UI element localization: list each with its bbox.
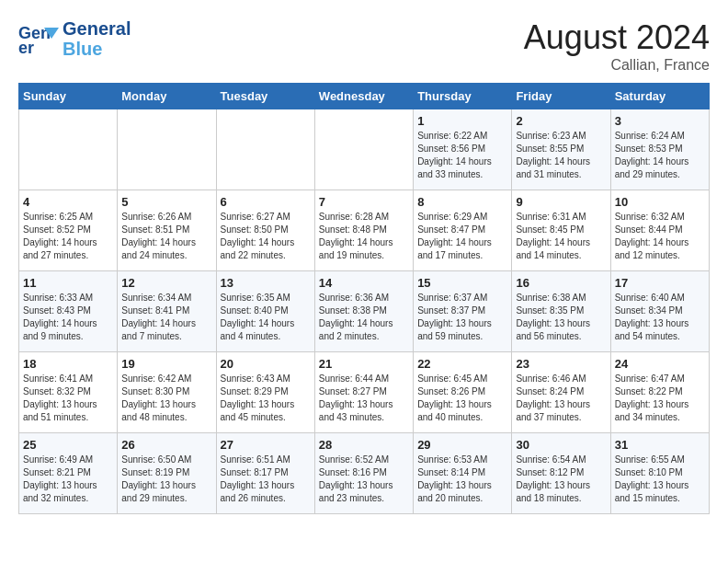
calendar-cell: 3Sunrise: 6:24 AM Sunset: 8:53 PM Daylig… [610, 109, 709, 190]
day-number: 9 [516, 195, 606, 209]
calendar-cell: 14Sunrise: 6:36 AM Sunset: 8:38 PM Dayli… [314, 271, 413, 352]
day-number: 8 [417, 195, 507, 209]
day-number: 12 [121, 276, 211, 290]
day-number: 11 [23, 276, 113, 290]
day-number: 25 [23, 438, 113, 452]
day-header-tuesday: Tuesday [216, 84, 314, 109]
day-content: Sunrise: 6:51 AM Sunset: 8:17 PM Dayligh… [221, 454, 311, 505]
calendar-cell: 18Sunrise: 6:41 AM Sunset: 8:32 PM Dayli… [19, 352, 118, 433]
day-header-monday: Monday [118, 84, 216, 109]
logo-blue: Blue [63, 39, 131, 59]
day-number: 2 [516, 114, 606, 128]
day-number: 29 [417, 438, 507, 452]
day-content: Sunrise: 6:42 AM Sunset: 8:30 PM Dayligh… [121, 373, 211, 424]
calendar-cell: 29Sunrise: 6:53 AM Sunset: 8:14 PM Dayli… [414, 433, 512, 514]
day-header-saturday: Saturday [610, 84, 709, 109]
calendar-cell [19, 109, 118, 190]
calendar-cell: 22Sunrise: 6:45 AM Sunset: 8:26 PM Dayli… [414, 352, 512, 433]
calendar-cell: 5Sunrise: 6:26 AM Sunset: 8:51 PM Daylig… [118, 190, 216, 271]
day-header-sunday: Sunday [19, 84, 118, 109]
calendar-cell: 27Sunrise: 6:51 AM Sunset: 8:17 PM Dayli… [216, 433, 314, 514]
day-content: Sunrise: 6:49 AM Sunset: 8:21 PM Dayligh… [23, 454, 113, 505]
day-number: 5 [121, 195, 211, 209]
calendar-cell: 8Sunrise: 6:29 AM Sunset: 8:47 PM Daylig… [414, 190, 512, 271]
day-content: Sunrise: 6:54 AM Sunset: 8:12 PM Dayligh… [516, 454, 606, 505]
day-content: Sunrise: 6:33 AM Sunset: 8:43 PM Dayligh… [23, 292, 113, 343]
day-content: Sunrise: 6:32 AM Sunset: 8:44 PM Dayligh… [615, 211, 705, 262]
calendar-cell: 11Sunrise: 6:33 AM Sunset: 8:43 PM Dayli… [19, 271, 118, 352]
day-number: 1 [417, 114, 507, 128]
calendar-cell: 19Sunrise: 6:42 AM Sunset: 8:30 PM Dayli… [118, 352, 216, 433]
calendar-cell [216, 109, 314, 190]
month-year: August 2024 [524, 18, 710, 57]
calendar-cell: 9Sunrise: 6:31 AM Sunset: 8:45 PM Daylig… [512, 190, 610, 271]
calendar-header: Gen er General Blue August 2024 Callian,… [18, 18, 710, 74]
week-row-3: 11Sunrise: 6:33 AM Sunset: 8:43 PM Dayli… [19, 271, 710, 352]
calendar-cell: 31Sunrise: 6:55 AM Sunset: 8:10 PM Dayli… [610, 433, 709, 514]
calendar-cell: 25Sunrise: 6:49 AM Sunset: 8:21 PM Dayli… [19, 433, 118, 514]
day-content: Sunrise: 6:37 AM Sunset: 8:37 PM Dayligh… [417, 292, 507, 343]
day-content: Sunrise: 6:44 AM Sunset: 8:27 PM Dayligh… [319, 373, 409, 424]
day-number: 15 [417, 276, 507, 290]
calendar-cell: 2Sunrise: 6:23 AM Sunset: 8:55 PM Daylig… [512, 109, 610, 190]
day-number: 13 [221, 276, 311, 290]
day-content: Sunrise: 6:29 AM Sunset: 8:47 PM Dayligh… [417, 211, 507, 262]
day-number: 30 [516, 438, 606, 452]
day-content: Sunrise: 6:34 AM Sunset: 8:41 PM Dayligh… [121, 292, 211, 343]
day-content: Sunrise: 6:31 AM Sunset: 8:45 PM Dayligh… [516, 211, 606, 262]
calendar-cell: 7Sunrise: 6:28 AM Sunset: 8:48 PM Daylig… [314, 190, 413, 271]
day-header-wednesday: Wednesday [314, 84, 413, 109]
day-header-friday: Friday [512, 84, 610, 109]
calendar-cell: 20Sunrise: 6:43 AM Sunset: 8:29 PM Dayli… [216, 352, 314, 433]
day-content: Sunrise: 6:28 AM Sunset: 8:48 PM Dayligh… [319, 211, 409, 262]
day-content: Sunrise: 6:52 AM Sunset: 8:16 PM Dayligh… [319, 454, 409, 505]
svg-text:er: er [18, 39, 34, 57]
calendar-cell: 13Sunrise: 6:35 AM Sunset: 8:40 PM Dayli… [216, 271, 314, 352]
day-content: Sunrise: 6:45 AM Sunset: 8:26 PM Dayligh… [417, 373, 507, 424]
day-number: 24 [615, 357, 705, 371]
calendar-cell: 6Sunrise: 6:27 AM Sunset: 8:50 PM Daylig… [216, 190, 314, 271]
calendar-cell: 4Sunrise: 6:25 AM Sunset: 8:52 PM Daylig… [19, 190, 118, 271]
day-content: Sunrise: 6:23 AM Sunset: 8:55 PM Dayligh… [516, 130, 606, 181]
day-number: 4 [23, 195, 113, 209]
day-number: 7 [319, 195, 409, 209]
header-row: SundayMondayTuesdayWednesdayThursdayFrid… [19, 84, 710, 109]
calendar-cell: 10Sunrise: 6:32 AM Sunset: 8:44 PM Dayli… [610, 190, 709, 271]
day-content: Sunrise: 6:22 AM Sunset: 8:56 PM Dayligh… [417, 130, 507, 181]
calendar-cell: 24Sunrise: 6:47 AM Sunset: 8:22 PM Dayli… [610, 352, 709, 433]
calendar-cell: 28Sunrise: 6:52 AM Sunset: 8:16 PM Dayli… [314, 433, 413, 514]
day-number: 27 [221, 438, 311, 452]
day-content: Sunrise: 6:40 AM Sunset: 8:34 PM Dayligh… [615, 292, 705, 343]
calendar-cell [118, 109, 216, 190]
week-row-1: 1Sunrise: 6:22 AM Sunset: 8:56 PM Daylig… [19, 109, 710, 190]
calendar-cell: 26Sunrise: 6:50 AM Sunset: 8:19 PM Dayli… [118, 433, 216, 514]
day-number: 19 [121, 357, 211, 371]
calendar-cell: 21Sunrise: 6:44 AM Sunset: 8:27 PM Dayli… [314, 352, 413, 433]
day-content: Sunrise: 6:24 AM Sunset: 8:53 PM Dayligh… [615, 130, 705, 181]
day-content: Sunrise: 6:41 AM Sunset: 8:32 PM Dayligh… [23, 373, 113, 424]
day-number: 31 [615, 438, 705, 452]
day-number: 10 [615, 195, 705, 209]
week-row-5: 25Sunrise: 6:49 AM Sunset: 8:21 PM Dayli… [19, 433, 710, 514]
day-content: Sunrise: 6:26 AM Sunset: 8:51 PM Dayligh… [121, 211, 211, 262]
day-number: 17 [615, 276, 705, 290]
day-content: Sunrise: 6:38 AM Sunset: 8:35 PM Dayligh… [516, 292, 606, 343]
calendar-cell: 23Sunrise: 6:46 AM Sunset: 8:24 PM Dayli… [512, 352, 610, 433]
day-number: 18 [23, 357, 113, 371]
day-header-thursday: Thursday [414, 84, 512, 109]
day-number: 21 [319, 357, 409, 371]
day-content: Sunrise: 6:46 AM Sunset: 8:24 PM Dayligh… [516, 373, 606, 424]
day-content: Sunrise: 6:36 AM Sunset: 8:38 PM Dayligh… [319, 292, 409, 343]
day-content: Sunrise: 6:50 AM Sunset: 8:19 PM Dayligh… [121, 454, 211, 505]
day-number: 23 [516, 357, 606, 371]
day-number: 6 [221, 195, 311, 209]
day-content: Sunrise: 6:25 AM Sunset: 8:52 PM Dayligh… [23, 211, 113, 262]
logo-general: General [63, 18, 131, 39]
day-content: Sunrise: 6:55 AM Sunset: 8:10 PM Dayligh… [615, 454, 705, 505]
logo-icon: Gen er [18, 20, 59, 57]
logo: Gen er General Blue [18, 18, 131, 59]
day-number: 3 [615, 114, 705, 128]
day-number: 26 [121, 438, 211, 452]
calendar-cell [314, 109, 413, 190]
calendar-cell: 17Sunrise: 6:40 AM Sunset: 8:34 PM Dayli… [610, 271, 709, 352]
